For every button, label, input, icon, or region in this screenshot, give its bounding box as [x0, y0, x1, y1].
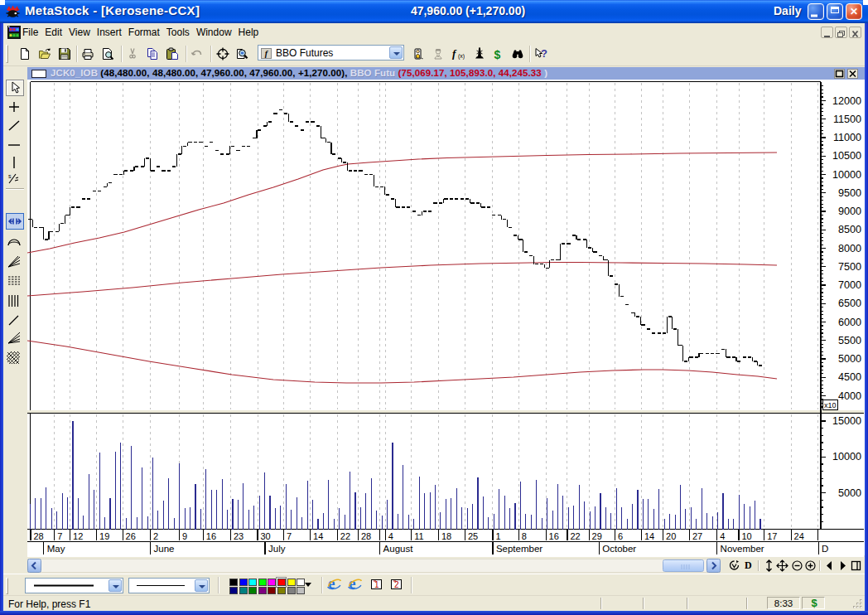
- svg-text:19: 19: [99, 531, 109, 541]
- svg-text:30: 30: [261, 531, 271, 541]
- svg-text:16: 16: [549, 531, 559, 541]
- svg-text:16: 16: [206, 531, 216, 541]
- svg-text:10: 10: [742, 531, 752, 541]
- svg-text:6: 6: [618, 531, 623, 541]
- svg-text:29: 29: [592, 531, 602, 541]
- svg-text:7: 7: [287, 531, 292, 541]
- svg-text:2: 2: [394, 580, 399, 589]
- svg-text:(x): (x): [458, 53, 465, 60]
- svg-text:9000: 9000: [838, 206, 861, 217]
- svg-text:7500: 7500: [838, 261, 861, 273]
- svg-text:8000: 8000: [838, 243, 861, 254]
- svg-text:11: 11: [414, 531, 423, 541]
- svg-text:?: ?: [541, 47, 547, 60]
- svg-text:9500: 9500: [838, 187, 861, 199]
- svg-text:18: 18: [441, 531, 451, 541]
- svg-text:15000: 15000: [832, 415, 861, 427]
- svg-text:10000: 10000: [832, 451, 861, 462]
- svg-text:14: 14: [313, 531, 323, 541]
- svg-text:4500: 4500: [838, 371, 861, 383]
- svg-text:12000: 12000: [832, 95, 861, 107]
- svg-text:28: 28: [34, 531, 44, 541]
- svg-text:8: 8: [522, 531, 527, 541]
- svg-text:11500: 11500: [833, 114, 861, 125]
- svg-text:7: 7: [57, 531, 62, 541]
- svg-text:6500: 6500: [838, 298, 861, 309]
- svg-text:11000: 11000: [833, 132, 861, 143]
- svg-text:14: 14: [644, 531, 654, 541]
- svg-text:5000: 5000: [838, 487, 861, 499]
- svg-text:6000: 6000: [838, 317, 861, 328]
- svg-text:23: 23: [234, 531, 244, 541]
- svg-text:10500: 10500: [832, 150, 861, 162]
- svg-text:12: 12: [73, 531, 83, 541]
- svg-text:10000: 10000: [832, 169, 861, 181]
- svg-text:24: 24: [794, 531, 804, 541]
- svg-text:22: 22: [570, 531, 580, 541]
- svg-text:27: 27: [692, 531, 702, 541]
- svg-text:D: D: [822, 544, 828, 554]
- svg-text:25: 25: [468, 531, 478, 541]
- svg-text:$: $: [494, 48, 501, 61]
- svg-text:4000: 4000: [838, 390, 861, 402]
- svg-text:2: 2: [153, 531, 158, 541]
- svg-text:August: August: [383, 544, 414, 554]
- svg-text:20: 20: [666, 531, 676, 541]
- svg-text:September: September: [496, 544, 542, 554]
- svg-text:f: f: [452, 47, 457, 60]
- svg-text:5000: 5000: [838, 353, 861, 365]
- svg-text:4: 4: [720, 531, 725, 541]
- svg-text:October: October: [602, 544, 636, 554]
- svg-text:5500: 5500: [838, 335, 861, 346]
- svg-text:9: 9: [182, 531, 187, 541]
- svg-text:November: November: [721, 544, 764, 554]
- svg-text:May: May: [47, 544, 65, 554]
- svg-text:s: s: [8, 173, 12, 179]
- svg-text:1: 1: [495, 531, 500, 541]
- svg-text:17: 17: [767, 531, 777, 541]
- svg-text:1: 1: [374, 580, 379, 589]
- svg-text:x10: x10: [824, 401, 837, 409]
- svg-text:28: 28: [361, 531, 371, 541]
- svg-text:22: 22: [340, 531, 350, 541]
- svg-text:July: July: [268, 544, 286, 554]
- svg-text:8500: 8500: [838, 224, 861, 235]
- svg-text:26: 26: [126, 531, 136, 541]
- svg-text:7000: 7000: [838, 279, 861, 291]
- svg-text:June: June: [154, 544, 175, 554]
- svg-text:4: 4: [388, 531, 393, 541]
